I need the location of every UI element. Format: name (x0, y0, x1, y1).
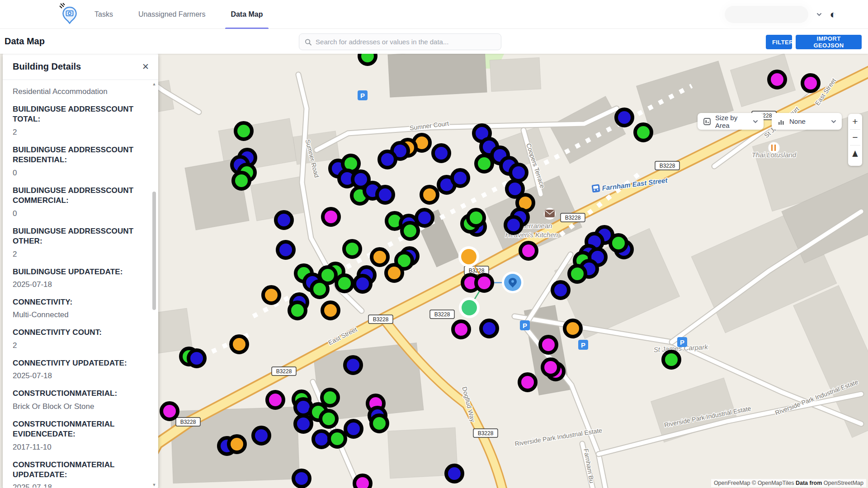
map-marker[interactable] (635, 124, 651, 141)
map-marker[interactable] (505, 217, 522, 233)
map-marker[interactable] (323, 209, 339, 225)
map-marker[interactable] (313, 431, 330, 447)
road-shield: B3228 (430, 310, 454, 319)
map-marker[interactable] (344, 241, 360, 257)
map-marker[interactable] (377, 187, 393, 203)
map-marker[interactable] (468, 210, 484, 226)
theme-toggle-icon[interactable]: ◐ (830, 9, 837, 20)
map-marker[interactable] (267, 392, 283, 408)
map-marker[interactable] (354, 475, 371, 488)
map-marker[interactable] (321, 411, 337, 427)
map-marker[interactable] (322, 389, 338, 406)
zoom-in-button[interactable]: + (848, 114, 862, 129)
page-title: Data Map (5, 36, 45, 47)
tab-data-map[interactable]: Data Map (229, 0, 264, 29)
close-icon[interactable]: ✕ (142, 61, 149, 72)
map-marker[interactable] (278, 242, 294, 258)
map-marker[interactable] (510, 164, 527, 181)
filter-button[interactable]: FILTER (766, 35, 792, 49)
scroll-up-icon[interactable]: ▲ (151, 82, 157, 86)
map-marker[interactable] (616, 109, 632, 126)
map-marker[interactable] (276, 212, 292, 228)
map-marker[interactable] (345, 357, 361, 373)
map-marker[interactable] (386, 265, 402, 281)
map-marker[interactable] (433, 145, 449, 161)
map-marker[interactable] (263, 287, 279, 303)
tab-tasks[interactable]: Tasks (93, 0, 115, 29)
search-icon (305, 38, 311, 46)
map-marker[interactable] (446, 465, 462, 482)
map-marker[interactable] (569, 266, 585, 282)
map-marker[interactable] (295, 416, 311, 432)
chevron-down-icon[interactable] (816, 12, 822, 17)
map-marker[interactable] (453, 321, 469, 338)
map-marker[interactable] (481, 320, 497, 337)
map-marker[interactable] (322, 302, 339, 319)
restaurant-icon (768, 142, 780, 154)
map-marker[interactable] (229, 436, 245, 452)
map-marker[interactable] (359, 54, 376, 64)
map-marker[interactable] (336, 275, 353, 291)
map-marker[interactable] (542, 359, 559, 375)
map-marker[interactable] (293, 470, 310, 487)
map-marker[interactable] (189, 350, 205, 366)
compass-button[interactable]: ▲ (848, 144, 862, 162)
map-marker[interactable] (329, 431, 345, 447)
map-marker[interactable] (231, 336, 247, 352)
map-marker[interactable] (519, 374, 536, 390)
map-marker[interactable] (476, 275, 492, 291)
map-marker[interactable] (462, 300, 477, 315)
search-bar[interactable] (299, 33, 501, 50)
road-shield: B3228 (176, 418, 200, 426)
field-label: CONSTRUCTIONMATERIAL EVIDENCEDATE: (13, 419, 142, 440)
color-by-value: None (789, 117, 827, 125)
map-marker[interactable] (402, 223, 418, 239)
map-marker[interactable] (289, 302, 306, 319)
map-marker[interactable] (476, 155, 492, 172)
zoom-out-button[interactable]: − (848, 130, 862, 145)
map-marker[interactable] (452, 170, 468, 186)
map-marker[interactable] (236, 123, 252, 139)
panel-scrollbar[interactable]: ▲ ▼ (151, 81, 157, 488)
map-marker[interactable] (663, 352, 679, 368)
map-marker[interactable] (371, 415, 387, 432)
map-attribution: OpenFreeMap © OpenMapTiles Data from Ope… (711, 479, 866, 487)
import-geojson-button[interactable]: IMPORT GEOJSON (796, 35, 862, 49)
map-marker[interactable] (552, 282, 569, 298)
map-marker[interactable] (416, 210, 433, 226)
field-label: CONNECTIVITY UPDATEDATE: (13, 358, 142, 368)
map-marker[interactable] (769, 71, 785, 88)
map-marker[interactable] (461, 249, 476, 264)
field-value: 2025-07-18 (13, 280, 142, 289)
map-marker[interactable] (421, 187, 438, 203)
tab-unassigned-farmers[interactable]: Unassigned Farmers (137, 0, 208, 29)
size-by-dropdown[interactable]: Size by Area (698, 113, 764, 130)
satellite-icon (60, 3, 65, 8)
parking-icon: P (360, 92, 365, 99)
map-marker[interactable] (540, 337, 557, 353)
color-by-dropdown[interactable]: None (772, 113, 842, 130)
map-marker[interactable] (161, 403, 178, 419)
scroll-down-icon[interactable]: ▼ (151, 483, 157, 487)
scrollbar-thumb[interactable] (152, 192, 156, 310)
search-input[interactable] (316, 38, 495, 46)
field-label: CONSTRUCTIONMATERIAL UPDATEDATE: (13, 460, 142, 480)
map-marker[interactable] (253, 427, 269, 444)
map-marker[interactable] (565, 320, 581, 337)
user-menu[interactable] (725, 6, 808, 23)
size-by-icon (703, 117, 711, 126)
app-logo-icon[interactable] (58, 3, 81, 26)
map-marker[interactable] (520, 243, 537, 259)
map-marker[interactable] (345, 421, 362, 437)
road-shield: B3228 (272, 367, 296, 375)
parking-icon: P (578, 340, 588, 350)
map-marker[interactable] (354, 276, 371, 292)
map-marker[interactable] (802, 75, 819, 91)
map-marker[interactable] (311, 281, 328, 297)
map-marker[interactable] (372, 249, 388, 265)
field-value: Residential Accommodation (13, 87, 142, 96)
map-marker[interactable] (610, 235, 627, 251)
map-marker[interactable] (379, 151, 396, 168)
parking-icon: P (581, 341, 585, 349)
map-marker[interactable] (233, 173, 250, 189)
